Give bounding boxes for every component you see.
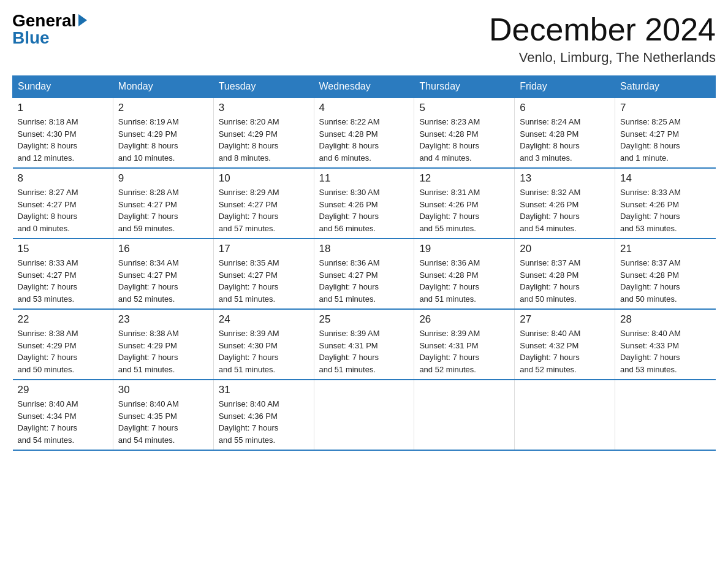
weekday-header-sunday: Sunday <box>13 76 113 98</box>
day-info: Sunrise: 8:20 AM Sunset: 4:29 PM Dayligh… <box>219 116 309 164</box>
day-info: Sunrise: 8:24 AM Sunset: 4:28 PM Dayligh… <box>520 116 610 164</box>
logo: General Blue <box>12 12 87 47</box>
day-info: Sunrise: 8:40 AM Sunset: 4:34 PM Dayligh… <box>18 398 108 446</box>
day-number: 9 <box>118 172 208 185</box>
day-info: Sunrise: 8:29 AM Sunset: 4:27 PM Dayligh… <box>219 186 309 234</box>
calendar-cell: 2Sunrise: 8:19 AM Sunset: 4:29 PM Daylig… <box>113 98 213 168</box>
day-number: 3 <box>219 102 309 114</box>
calendar-cell: 15Sunrise: 8:33 AM Sunset: 4:27 PM Dayli… <box>13 239 113 309</box>
calendar-cell: 20Sunrise: 8:37 AM Sunset: 4:28 PM Dayli… <box>515 239 615 309</box>
day-number: 12 <box>419 172 509 185</box>
calendar-cell: 13Sunrise: 8:32 AM Sunset: 4:26 PM Dayli… <box>515 168 615 239</box>
day-number: 1 <box>18 102 108 114</box>
day-info: Sunrise: 8:40 AM Sunset: 4:32 PM Dayligh… <box>520 327 610 375</box>
calendar-cell: 19Sunrise: 8:36 AM Sunset: 4:28 PM Dayli… <box>414 239 515 309</box>
calendar-cell: 31Sunrise: 8:40 AM Sunset: 4:36 PM Dayli… <box>213 380 314 450</box>
day-number: 27 <box>520 313 610 326</box>
calendar-cell: 8Sunrise: 8:27 AM Sunset: 4:27 PM Daylig… <box>13 168 113 239</box>
calendar-cell: 1Sunrise: 8:18 AM Sunset: 4:30 PM Daylig… <box>13 98 113 168</box>
day-info: Sunrise: 8:36 AM Sunset: 4:28 PM Dayligh… <box>419 257 509 305</box>
day-info: Sunrise: 8:18 AM Sunset: 4:30 PM Dayligh… <box>18 116 108 164</box>
day-number: 25 <box>319 313 409 326</box>
calendar-cell: 16Sunrise: 8:34 AM Sunset: 4:27 PM Dayli… <box>113 239 213 309</box>
day-number: 6 <box>520 102 610 114</box>
calendar-cell: 25Sunrise: 8:39 AM Sunset: 4:31 PM Dayli… <box>314 309 414 380</box>
day-number: 7 <box>620 102 710 114</box>
day-number: 14 <box>620 172 710 185</box>
day-number: 5 <box>419 102 509 114</box>
calendar-cell <box>314 380 414 450</box>
month-title: December 2024 <box>489 12 716 47</box>
day-info: Sunrise: 8:38 AM Sunset: 4:29 PM Dayligh… <box>18 327 108 375</box>
day-number: 11 <box>319 172 409 185</box>
calendar-cell: 5Sunrise: 8:23 AM Sunset: 4:28 PM Daylig… <box>414 98 515 168</box>
logo-triangle-icon <box>78 14 87 26</box>
day-number: 19 <box>419 243 509 255</box>
weekday-header-wednesday: Wednesday <box>314 76 414 98</box>
day-info: Sunrise: 8:40 AM Sunset: 4:35 PM Dayligh… <box>118 398 208 446</box>
day-info: Sunrise: 8:30 AM Sunset: 4:26 PM Dayligh… <box>319 186 409 234</box>
title-block: December 2024 Venlo, Limburg, The Nether… <box>489 12 716 66</box>
weekday-header-monday: Monday <box>113 76 213 98</box>
calendar-cell: 24Sunrise: 8:39 AM Sunset: 4:30 PM Dayli… <box>213 309 314 380</box>
day-number: 13 <box>520 172 610 185</box>
calendar-cell: 21Sunrise: 8:37 AM Sunset: 4:28 PM Dayli… <box>615 239 716 309</box>
calendar-cell: 17Sunrise: 8:35 AM Sunset: 4:27 PM Dayli… <box>213 239 314 309</box>
location-title: Venlo, Limburg, The Netherlands <box>489 50 716 66</box>
day-info: Sunrise: 8:40 AM Sunset: 4:33 PM Dayligh… <box>620 327 710 375</box>
day-number: 24 <box>219 313 309 326</box>
day-info: Sunrise: 8:36 AM Sunset: 4:27 PM Dayligh… <box>319 257 409 305</box>
day-info: Sunrise: 8:28 AM Sunset: 4:27 PM Dayligh… <box>118 186 208 234</box>
calendar-cell: 3Sunrise: 8:20 AM Sunset: 4:29 PM Daylig… <box>213 98 314 168</box>
day-info: Sunrise: 8:33 AM Sunset: 4:26 PM Dayligh… <box>620 186 710 234</box>
day-number: 21 <box>620 243 710 255</box>
day-info: Sunrise: 8:33 AM Sunset: 4:27 PM Dayligh… <box>18 257 108 305</box>
calendar-cell: 9Sunrise: 8:28 AM Sunset: 4:27 PM Daylig… <box>113 168 213 239</box>
day-info: Sunrise: 8:23 AM Sunset: 4:28 PM Dayligh… <box>419 116 509 164</box>
calendar-cell: 6Sunrise: 8:24 AM Sunset: 4:28 PM Daylig… <box>515 98 615 168</box>
page-header: General Blue December 2024 Venlo, Limbur… <box>12 12 716 66</box>
calendar-cell: 10Sunrise: 8:29 AM Sunset: 4:27 PM Dayli… <box>213 168 314 239</box>
day-info: Sunrise: 8:37 AM Sunset: 4:28 PM Dayligh… <box>520 257 610 305</box>
day-info: Sunrise: 8:34 AM Sunset: 4:27 PM Dayligh… <box>118 257 208 305</box>
calendar-cell: 18Sunrise: 8:36 AM Sunset: 4:27 PM Dayli… <box>314 239 414 309</box>
calendar-week-row: 8Sunrise: 8:27 AM Sunset: 4:27 PM Daylig… <box>13 168 716 239</box>
calendar-week-row: 1Sunrise: 8:18 AM Sunset: 4:30 PM Daylig… <box>13 98 716 168</box>
weekday-header-tuesday: Tuesday <box>213 76 314 98</box>
day-info: Sunrise: 8:32 AM Sunset: 4:26 PM Dayligh… <box>520 186 610 234</box>
day-number: 22 <box>18 313 108 326</box>
day-info: Sunrise: 8:39 AM Sunset: 4:31 PM Dayligh… <box>419 327 509 375</box>
day-info: Sunrise: 8:31 AM Sunset: 4:26 PM Dayligh… <box>419 186 509 234</box>
calendar-cell: 27Sunrise: 8:40 AM Sunset: 4:32 PM Dayli… <box>515 309 615 380</box>
day-number: 28 <box>620 313 710 326</box>
day-info: Sunrise: 8:38 AM Sunset: 4:29 PM Dayligh… <box>118 327 208 375</box>
calendar-cell: 12Sunrise: 8:31 AM Sunset: 4:26 PM Dayli… <box>414 168 515 239</box>
day-number: 2 <box>118 102 208 114</box>
calendar-cell: 26Sunrise: 8:39 AM Sunset: 4:31 PM Dayli… <box>414 309 515 380</box>
day-number: 20 <box>520 243 610 255</box>
day-number: 15 <box>18 243 108 255</box>
day-number: 8 <box>18 172 108 185</box>
day-number: 26 <box>419 313 509 326</box>
weekday-header-thursday: Thursday <box>414 76 515 98</box>
calendar-cell <box>615 380 716 450</box>
calendar-header-row: SundayMondayTuesdayWednesdayThursdayFrid… <box>13 76 716 98</box>
calendar-week-row: 15Sunrise: 8:33 AM Sunset: 4:27 PM Dayli… <box>13 239 716 309</box>
calendar-cell: 30Sunrise: 8:40 AM Sunset: 4:35 PM Dayli… <box>113 380 213 450</box>
day-number: 18 <box>319 243 409 255</box>
calendar-cell: 29Sunrise: 8:40 AM Sunset: 4:34 PM Dayli… <box>13 380 113 450</box>
calendar-cell: 23Sunrise: 8:38 AM Sunset: 4:29 PM Dayli… <box>113 309 213 380</box>
calendar-cell: 7Sunrise: 8:25 AM Sunset: 4:27 PM Daylig… <box>615 98 716 168</box>
day-number: 30 <box>118 384 208 396</box>
calendar-cell <box>414 380 515 450</box>
day-number: 23 <box>118 313 208 326</box>
calendar-cell: 22Sunrise: 8:38 AM Sunset: 4:29 PM Dayli… <box>13 309 113 380</box>
day-info: Sunrise: 8:35 AM Sunset: 4:27 PM Dayligh… <box>219 257 309 305</box>
weekday-header-saturday: Saturday <box>615 76 716 98</box>
day-info: Sunrise: 8:39 AM Sunset: 4:31 PM Dayligh… <box>319 327 409 375</box>
calendar-cell: 14Sunrise: 8:33 AM Sunset: 4:26 PM Dayli… <box>615 168 716 239</box>
day-info: Sunrise: 8:19 AM Sunset: 4:29 PM Dayligh… <box>118 116 208 164</box>
calendar-week-row: 22Sunrise: 8:38 AM Sunset: 4:29 PM Dayli… <box>13 309 716 380</box>
calendar-table: SundayMondayTuesdayWednesdayThursdayFrid… <box>12 75 716 451</box>
logo-general-text: General <box>12 12 76 29</box>
